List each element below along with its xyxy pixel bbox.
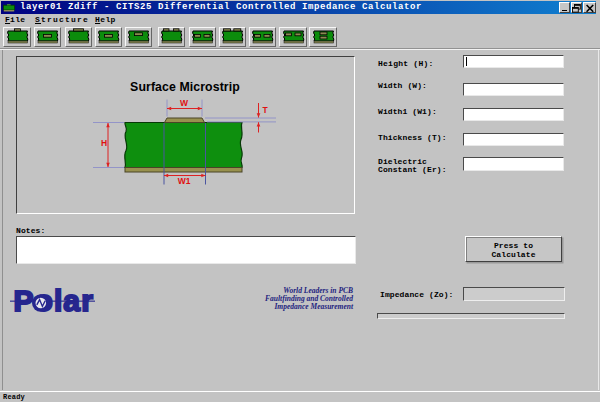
svg-text:W1: W1: [178, 176, 191, 186]
svg-text:W: W: [180, 98, 189, 108]
svg-text:H: H: [101, 138, 107, 148]
svg-text:T: T: [263, 105, 269, 115]
svg-text:Polar: Polar: [13, 284, 94, 316]
